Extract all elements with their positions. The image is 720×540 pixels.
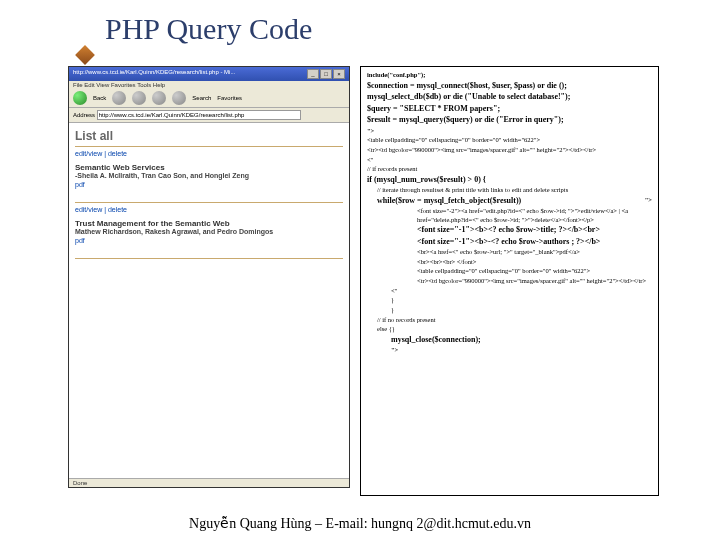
back-icon[interactable] bbox=[73, 91, 87, 105]
status-bar: Done bbox=[69, 478, 349, 487]
divider bbox=[75, 146, 343, 147]
code-line: else {} bbox=[367, 325, 652, 333]
pdf-link-2[interactable]: pdf bbox=[75, 237, 343, 244]
code-line: <" bbox=[367, 287, 652, 295]
code-box: include("conf.php"); $connection = mysql… bbox=[360, 66, 659, 496]
code-line: <font size="-2"><a href="edit.php?id=<" … bbox=[367, 207, 652, 223]
code-line: $query = "SELECT * FROM papers"; bbox=[367, 104, 652, 114]
code-line: while($row = mysql_fetch_object($result)… bbox=[377, 196, 521, 206]
divider bbox=[75, 202, 343, 203]
code-line: // if records present bbox=[367, 165, 652, 173]
divider bbox=[75, 258, 343, 259]
paper-title-2: Trust Management for the Semantic Web bbox=[75, 219, 343, 228]
browser-window: http://www.cs.tcd.ie/Karl.Quinn/KDEG/res… bbox=[68, 66, 350, 488]
code-line: if (mysql_num_rows($result) > 0) { bbox=[367, 175, 652, 185]
code-line: include("conf.php"); bbox=[367, 71, 652, 79]
code-line: <font size="-1"><b>-<? echo $row->author… bbox=[367, 237, 652, 247]
code-line: $result = mysql_query($query) or die ("E… bbox=[367, 115, 652, 125]
forward-icon[interactable] bbox=[112, 91, 126, 105]
page-heading: List all bbox=[75, 129, 343, 143]
code-line: "> bbox=[367, 127, 652, 135]
code-line: // iterate through resultset & print tit… bbox=[367, 186, 652, 194]
slide-title: PHP Query Code bbox=[105, 12, 312, 46]
code-line: <" bbox=[367, 156, 652, 164]
stop-icon[interactable] bbox=[132, 91, 146, 105]
code-line: mysql_close($connection); bbox=[367, 335, 652, 345]
favorites-label[interactable]: Favorites bbox=[217, 95, 242, 101]
code-while-row: while($row = mysql_fetch_object($result)… bbox=[367, 196, 652, 206]
home-icon[interactable] bbox=[172, 91, 186, 105]
code-line: <table cellpadding="0" cellspacing="0" b… bbox=[367, 267, 652, 275]
bullet-decor bbox=[75, 45, 95, 65]
paper-title-1: Semantic Web Services bbox=[75, 163, 343, 172]
code-line: } bbox=[367, 296, 652, 304]
maximize-icon[interactable]: □ bbox=[320, 69, 332, 79]
code-line: <font size="-1"><b><? echo $row->title; … bbox=[367, 225, 652, 235]
paper-authors-2: Mathew Richardson, Rakesh Agrawal, and P… bbox=[75, 228, 343, 235]
paper-authors-1: -Sheila A. McIlraith, Tran Cao Son, and … bbox=[75, 172, 343, 179]
back-label[interactable]: Back bbox=[93, 95, 106, 101]
code-line: <tr><td bgcolor="990000"><img src="image… bbox=[367, 277, 652, 285]
code-line: // if no records present bbox=[367, 316, 652, 324]
search-label[interactable]: Search bbox=[192, 95, 211, 101]
url-input[interactable] bbox=[97, 110, 301, 120]
code-line: "> bbox=[645, 196, 652, 206]
refresh-icon[interactable] bbox=[152, 91, 166, 105]
address-bar: Address bbox=[69, 108, 349, 123]
page-content: List all edit/view | delete Semantic Web… bbox=[69, 123, 349, 268]
minimize-icon[interactable]: _ bbox=[307, 69, 319, 79]
code-line: <br><a href=<" echo $row->url; ">" targe… bbox=[367, 248, 652, 256]
code-line: <tr><td bgcolor="990000"><img src="image… bbox=[367, 146, 652, 154]
code-line: "> bbox=[367, 346, 652, 354]
address-label: Address bbox=[73, 112, 95, 118]
window-controls: _□× bbox=[306, 69, 345, 79]
code-line: <br><br><br> </font> bbox=[367, 258, 652, 266]
edit-view-link-2[interactable]: edit/view | delete bbox=[75, 206, 343, 213]
edit-view-link-1[interactable]: edit/view | delete bbox=[75, 150, 343, 157]
code-line: $connection = mysql_connect($host, $user… bbox=[367, 81, 652, 91]
browser-titlebar: http://www.cs.tcd.ie/Karl.Quinn/KDEG/res… bbox=[69, 67, 349, 81]
menubar[interactable]: File Edit View Favorites Tools Help bbox=[69, 81, 349, 89]
close-icon[interactable]: × bbox=[333, 69, 345, 79]
code-line: } bbox=[367, 306, 652, 314]
pdf-link-1[interactable]: pdf bbox=[75, 181, 343, 188]
code-line: <table cellpadding="0" cellspacing="0" b… bbox=[367, 136, 652, 144]
status-text: Done bbox=[73, 480, 87, 486]
code-line: mysql_select_db($db) or die ("Unable to … bbox=[367, 92, 652, 102]
toolbar: Back Search Favorites bbox=[69, 89, 349, 108]
titlebar-text: http://www.cs.tcd.ie/Karl.Quinn/KDEG/res… bbox=[73, 69, 235, 79]
slide-footer: Nguyễn Quang Hùng – E-mail: hungnq 2@dit… bbox=[0, 515, 720, 532]
